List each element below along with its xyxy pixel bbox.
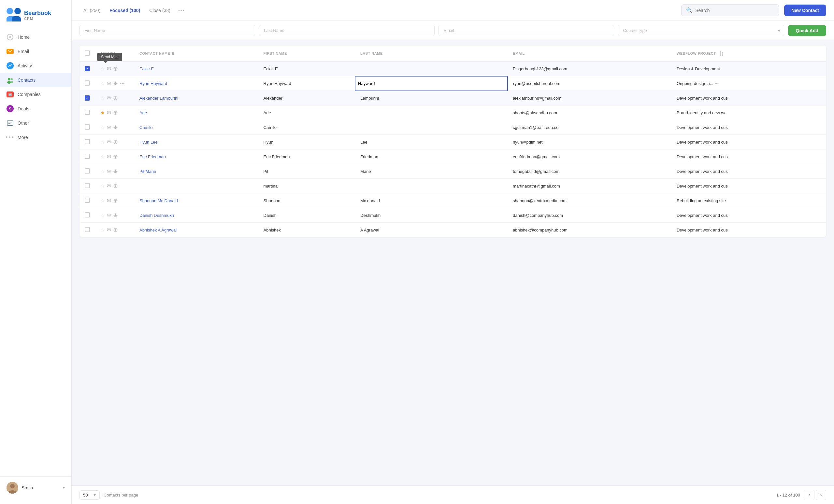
more-tabs-icon[interactable]: ••• bbox=[176, 8, 188, 13]
row-checkbox-cell[interactable] bbox=[80, 179, 95, 193]
prev-page-button[interactable]: ‹ bbox=[804, 490, 814, 500]
star-icon[interactable]: ☆ bbox=[100, 227, 105, 233]
row-checkbox[interactable] bbox=[85, 139, 90, 144]
sidebar-item-more[interactable]: ••• More bbox=[0, 130, 71, 144]
star-icon[interactable]: ☆ bbox=[100, 183, 105, 189]
contact-name-cell[interactable]: Pit Mane bbox=[134, 164, 258, 179]
mail-icon[interactable]: ✉ bbox=[107, 168, 111, 174]
contact-name-link[interactable]: Arie bbox=[139, 110, 147, 115]
row-checkbox-cell[interactable] bbox=[80, 193, 95, 208]
next-page-button[interactable]: › bbox=[816, 490, 826, 500]
row-checkbox[interactable] bbox=[85, 154, 90, 159]
add-icon[interactable]: ⊕ bbox=[113, 65, 118, 72]
star-icon[interactable]: ☆ bbox=[100, 212, 105, 219]
contact-name-link[interactable]: Shannon Mc Donald bbox=[139, 198, 178, 203]
add-icon[interactable]: ⊕ bbox=[113, 94, 118, 101]
add-icon[interactable]: ⊕ bbox=[113, 182, 118, 189]
contact-name-cell[interactable]: Camilo bbox=[134, 120, 258, 135]
row-checkbox-cell[interactable] bbox=[80, 91, 95, 106]
star-icon[interactable]: ☆ bbox=[100, 95, 105, 101]
row-checkbox[interactable] bbox=[85, 227, 90, 232]
star-icon[interactable]: ☆ bbox=[100, 168, 105, 175]
contact-name-link[interactable]: Ryan Hayward bbox=[139, 81, 167, 86]
row-checkbox-cell[interactable] bbox=[80, 62, 95, 76]
mail-icon[interactable]: ✉ bbox=[107, 183, 111, 189]
row-checkbox[interactable] bbox=[85, 110, 90, 115]
star-icon[interactable]: ☆ bbox=[100, 198, 105, 204]
add-icon[interactable]: ⊕ bbox=[113, 153, 118, 160]
sidebar-item-deals[interactable]: $ Deals bbox=[0, 101, 71, 116]
course-type-select-wrap[interactable]: Course Type ▾ bbox=[618, 25, 784, 36]
select-all-header[interactable] bbox=[80, 46, 95, 62]
course-type-select[interactable]: Course Type bbox=[618, 25, 784, 36]
row-more-icon[interactable]: ••• bbox=[120, 81, 125, 86]
first-name-input[interactable] bbox=[80, 25, 255, 36]
contact-name-cell[interactable]: Danish Deshmukh bbox=[134, 208, 258, 223]
contact-name-cell[interactable]: Arie bbox=[134, 106, 258, 120]
row-checkbox[interactable] bbox=[85, 66, 90, 71]
star-icon[interactable]: ★ bbox=[100, 110, 105, 116]
column-toggle-icon[interactable] bbox=[718, 49, 725, 57]
user-profile[interactable]: Smita ▾ bbox=[0, 476, 71, 499]
tab-focused------[interactable]: Focused (100) bbox=[106, 5, 144, 16]
row-checkbox-cell[interactable] bbox=[80, 76, 95, 91]
search-box[interactable]: 🔍 bbox=[681, 4, 779, 16]
contact-name-link[interactable]: Camilo bbox=[139, 125, 152, 130]
add-icon[interactable]: ⊕ bbox=[113, 124, 118, 131]
row-checkbox-cell[interactable] bbox=[80, 150, 95, 164]
contact-name-cell[interactable]: Alexander Lamburini bbox=[134, 91, 258, 106]
add-icon[interactable]: ⊕ bbox=[113, 80, 118, 87]
mail-icon[interactable]: ✉ bbox=[107, 81, 111, 86]
star-icon[interactable]: ☆ bbox=[100, 124, 105, 131]
add-icon[interactable]: ⊕ bbox=[113, 138, 118, 145]
contact-name-link[interactable]: Pit Mane bbox=[139, 169, 156, 174]
row-checkbox[interactable] bbox=[85, 81, 90, 86]
mail-icon[interactable]: ✉ bbox=[107, 124, 111, 130]
contact-name-link[interactable]: Eric Friedman bbox=[139, 154, 166, 159]
star-icon[interactable]: ☆ bbox=[100, 154, 105, 160]
row-checkbox-cell[interactable] bbox=[80, 106, 95, 120]
add-icon[interactable]: ⊕ bbox=[113, 226, 118, 233]
row-checkbox-cell[interactable] bbox=[80, 208, 95, 223]
sidebar-item-contacts[interactable]: Contacts bbox=[0, 73, 71, 87]
contact-name-link[interactable]: Danish Deshmukh bbox=[139, 213, 174, 218]
per-page-wrap[interactable]: 50 25 100 ▾ bbox=[80, 490, 100, 500]
sidebar-item-home[interactable]: Home bbox=[0, 30, 71, 44]
row-checkbox-cell[interactable] bbox=[80, 135, 95, 150]
mail-icon[interactable]: ✉ bbox=[107, 198, 111, 204]
contact-name-cell[interactable]: Shannon Mc Donald bbox=[134, 193, 258, 208]
mail-icon[interactable]: ✉ bbox=[107, 110, 111, 116]
mail-icon[interactable]: ✉ bbox=[107, 66, 111, 72]
row-checkbox[interactable] bbox=[85, 95, 90, 100]
add-icon[interactable]: ⊕ bbox=[113, 212, 118, 219]
mail-icon[interactable]: ✉ bbox=[107, 95, 111, 101]
contact-name-link[interactable]: Hyun Lee bbox=[139, 140, 158, 144]
star-icon[interactable]: ☆ bbox=[100, 81, 105, 87]
mail-icon[interactable]: ✉ bbox=[107, 154, 111, 160]
row-checkbox[interactable] bbox=[85, 183, 90, 188]
row-checkbox[interactable] bbox=[85, 124, 90, 130]
contact-name-cell[interactable]: Eckle E bbox=[134, 62, 258, 76]
select-all-checkbox[interactable] bbox=[85, 50, 90, 56]
contact-name-cell[interactable]: Ryan Hayward bbox=[134, 76, 258, 91]
per-page-select[interactable]: 50 25 100 bbox=[80, 490, 100, 500]
quick-add-button[interactable]: Quick Add bbox=[788, 25, 827, 36]
mail-icon[interactable]: ✉ bbox=[107, 212, 111, 218]
add-icon[interactable]: ⊕ bbox=[113, 168, 118, 175]
row-checkbox-cell[interactable] bbox=[80, 120, 95, 135]
row-checkbox[interactable] bbox=[85, 198, 90, 203]
new-contact-button[interactable]: New Contact bbox=[784, 4, 826, 16]
tab-all------[interactable]: All (250) bbox=[80, 5, 104, 16]
sidebar-item-activity[interactable]: Activity bbox=[0, 59, 71, 73]
last-name-input[interactable] bbox=[259, 25, 435, 36]
last-name-input[interactable] bbox=[358, 81, 505, 86]
contact-name-cell[interactable] bbox=[134, 179, 258, 193]
sidebar-item-email[interactable]: Email bbox=[0, 44, 71, 59]
row-checkbox-cell[interactable] bbox=[80, 164, 95, 179]
contact-name-link[interactable]: Eckle E bbox=[139, 66, 154, 71]
mail-icon[interactable]: ✉ bbox=[107, 227, 111, 233]
star-icon[interactable]: ☆ bbox=[100, 66, 105, 72]
star-icon[interactable]: ☆ bbox=[100, 139, 105, 145]
add-icon[interactable]: ⊕ bbox=[113, 109, 118, 116]
row-checkbox[interactable] bbox=[85, 168, 90, 174]
